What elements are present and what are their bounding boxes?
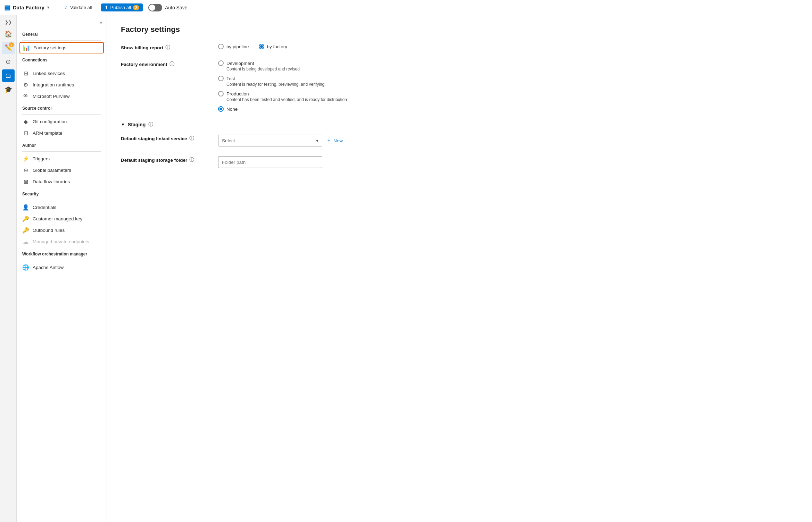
staging-service-row: Default staging linked service ⓘ Select.… [121, 135, 798, 146]
staging-folder-row: Default staging storage folder ⓘ [121, 156, 798, 168]
by-pipeline-option[interactable]: by pipeline [218, 44, 249, 49]
connections-divider [22, 66, 101, 66]
triggers-icon: ⚡ [22, 155, 29, 162]
sidebar-item-outbound-rules[interactable]: 🔑 Outbound rules [17, 225, 107, 236]
sidebar-item-customer-managed-key[interactable]: 🔑 Customer managed key [17, 213, 107, 225]
rail-expand[interactable]: ❯❯ [2, 18, 15, 26]
staging-info-icon[interactable]: ⓘ [148, 121, 153, 128]
sidebar-item-factory-settings[interactable]: 📊 Factory settings [19, 42, 104, 53]
sidebar-item-arm-template[interactable]: ⊡ ARM template [17, 127, 107, 139]
factory-settings-label: Factory settings [33, 45, 66, 50]
page-title: Factory settings [121, 25, 798, 34]
security-divider [22, 200, 101, 200]
sidebar-item-integration-runtimes[interactable]: ⚙ Integration runtimes [17, 79, 107, 91]
credentials-icon: 👤 [22, 204, 29, 211]
sidebar-item-microsoft-purview[interactable]: 👁 Microsoft Purview [17, 91, 107, 102]
topbar-divider [55, 3, 55, 12]
staging-folder-info-icon[interactable]: ⓘ [189, 157, 194, 163]
monitor-icon[interactable]: ⊙ [2, 56, 15, 68]
source-control-section-label: Source control [17, 102, 107, 113]
validate-icon: ✓ [64, 5, 68, 10]
credentials-label: Credentials [33, 205, 56, 210]
sidebar-item-apache-airflow[interactable]: 🌐 Apache Airflow [17, 262, 107, 273]
autosave-toggle[interactable] [148, 4, 162, 11]
data-flow-icon: ⊠ [22, 178, 29, 185]
staging-service-dropdown[interactable]: Select... ▾ [218, 135, 322, 146]
global-parameters-label: Global parameters [33, 168, 71, 173]
by-pipeline-radio[interactable] [218, 44, 224, 49]
development-option: Development Content is being developed a… [218, 60, 798, 71]
linked-services-icon: ⊞ [22, 70, 29, 77]
billing-report-row: Show billing report ⓘ by pipeline by fac… [121, 44, 798, 51]
customer-managed-key-label: Customer managed key [33, 216, 82, 221]
factory-settings-icon: 📊 [23, 44, 30, 51]
folder-path-input[interactable] [218, 156, 322, 168]
none-radio[interactable] [218, 106, 224, 112]
purview-icon: 👁 [22, 93, 29, 99]
factory-env-label: Factory environment ⓘ [121, 60, 218, 67]
general-divider [22, 40, 101, 41]
triggers-label: Triggers [33, 156, 50, 161]
test-radio[interactable] [218, 76, 224, 81]
test-option: Test Content is ready for testing, previ… [218, 76, 798, 87]
production-radio[interactable] [218, 91, 224, 96]
billing-info-icon[interactable]: ⓘ [165, 44, 170, 51]
dropdown-chevron-icon: ▾ [316, 138, 318, 143]
validate-all-button[interactable]: ✓ Validate all [61, 3, 96, 11]
sidebar-item-linked-services[interactable]: ⊞ Linked services [17, 68, 107, 79]
edit-icon[interactable]: ✏️ 2 [2, 42, 15, 54]
topbar: ▤ Data Factory ▾ ✓ Validate all ⬆ Publis… [0, 0, 812, 15]
factory-env-info-icon[interactable]: ⓘ [169, 61, 174, 67]
new-service-button[interactable]: ＋ New [326, 137, 343, 144]
by-factory-radio[interactable] [259, 44, 264, 49]
by-factory-option[interactable]: by factory [259, 44, 288, 49]
sidebar-item-global-parameters[interactable]: ⊛ Global parameters [17, 165, 107, 176]
sidebar-item-git-configuration[interactable]: ◆ Git configuration [17, 116, 107, 127]
none-option: None [218, 106, 798, 112]
staging-service-info-icon[interactable]: ⓘ [189, 135, 194, 142]
publish-all-button[interactable]: ⬆ Publish all 2 [101, 3, 143, 11]
none-label: None [226, 107, 238, 112]
staging-header[interactable]: ▼ Staging ⓘ [121, 121, 798, 128]
production-label: Production [226, 91, 249, 96]
staging-chevron-icon: ▼ [121, 122, 125, 127]
development-label: Development [226, 61, 254, 66]
select-placeholder: Select... [222, 138, 239, 143]
production-desc: Content has been tested and verified, an… [226, 97, 798, 102]
brand-chevron-icon: ▾ [47, 5, 49, 10]
data-flow-libraries-label: Data flow libraries [33, 179, 70, 184]
sidebar-item-managed-private-endpoints: ☁ Managed private endpoints [17, 236, 107, 247]
publish-label: Publish all [110, 5, 131, 10]
integration-runtimes-icon: ⚙ [22, 82, 29, 88]
sidebar-item-credentials[interactable]: 👤 Credentials [17, 202, 107, 213]
validate-label: Validate all [70, 5, 92, 10]
production-option: Production Content has been tested and v… [218, 91, 798, 102]
source-control-divider [22, 114, 101, 115]
brand-label: Data Factory [13, 5, 44, 10]
staging-service-label: Default staging linked service ⓘ [121, 135, 218, 142]
home-icon[interactable]: 🏠 [2, 28, 15, 40]
autosave-label: Auto Save [165, 5, 188, 10]
managed-private-endpoints-label: Managed private endpoints [33, 239, 89, 244]
sidebar-collapse-button[interactable]: « [100, 19, 102, 25]
billing-report-control: by pipeline by factory [218, 44, 798, 49]
brand[interactable]: ▤ Data Factory ▾ [4, 4, 49, 11]
autosave-toggle-wrap: Auto Save [148, 4, 188, 11]
microsoft-purview-label: Microsoft Purview [33, 94, 70, 99]
manage-icon[interactable]: 🗂 [2, 69, 15, 82]
brand-icon: ▤ [4, 4, 10, 11]
staging-service-control: Select... ▾ ＋ New [218, 135, 798, 146]
edit-badge: 2 [9, 42, 14, 47]
sidebar-item-data-flow-libraries[interactable]: ⊠ Data flow libraries [17, 176, 107, 187]
git-configuration-label: Git configuration [33, 119, 67, 124]
integration-runtimes-label: Integration runtimes [33, 82, 74, 87]
billing-report-label: Show billing report ⓘ [121, 44, 218, 51]
factory-env-row: Factory environment ⓘ Development Conten… [121, 60, 798, 112]
sidebar-item-triggers[interactable]: ⚡ Triggers [17, 153, 107, 165]
factory-env-control: Development Content is being developed a… [218, 60, 798, 112]
staging-service-dropdown-wrap: Select... ▾ ＋ New [218, 135, 798, 146]
security-section-label: Security [17, 187, 107, 199]
sidebar-header: « [17, 18, 107, 28]
development-radio[interactable] [218, 60, 224, 66]
learn-icon[interactable]: 🎓 [2, 83, 15, 96]
